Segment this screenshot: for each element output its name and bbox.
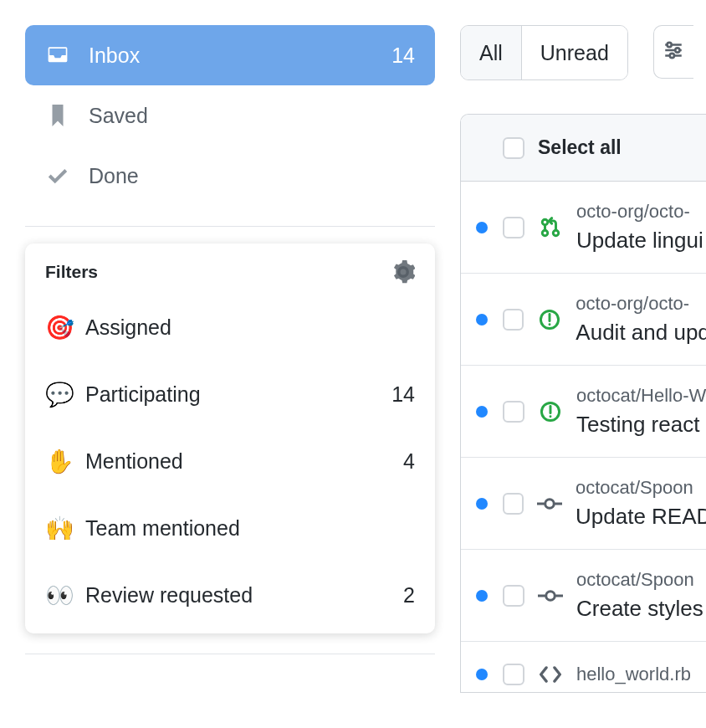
notification-row[interactable]: octocat/Spoon Create styles xyxy=(461,550,706,642)
notification-row[interactable]: hello_world.rb xyxy=(461,642,706,692)
filter-count: 4 xyxy=(403,449,415,474)
group-by-button[interactable] xyxy=(653,25,693,79)
gear-icon xyxy=(391,260,415,284)
filters-card: Filters 🎯 Assigned 💬 Participating 14 ✋ xyxy=(25,244,435,633)
commit-icon xyxy=(537,491,562,516)
main: All Unread Select all octo xyxy=(460,25,706,693)
filters-settings-button[interactable] xyxy=(391,260,415,284)
svg-point-11 xyxy=(546,591,555,600)
filter-count: 2 xyxy=(403,583,415,608)
svg-point-7 xyxy=(549,323,551,326)
filter-label: Assigned xyxy=(85,315,415,340)
svg-point-9 xyxy=(550,415,552,418)
unread-dot xyxy=(476,406,488,418)
svg-point-2 xyxy=(670,54,674,58)
notification-row[interactable]: octocat/Hello-W Testing react xyxy=(461,366,706,458)
nav-done[interactable]: Done xyxy=(25,146,435,206)
target-icon: 🎯 xyxy=(45,314,74,341)
filter-review-requested[interactable]: 👀 Review requested 2 xyxy=(45,561,415,628)
svg-point-1 xyxy=(676,48,680,52)
eyes-icon: 👀 xyxy=(45,582,74,609)
nav-done-label: Done xyxy=(89,164,415,188)
notification-title: Create styles xyxy=(576,596,703,622)
filter-label: Team mentioned xyxy=(85,516,415,541)
tab-unread[interactable]: Unread xyxy=(521,26,627,79)
repo-name: octo-org/octo- xyxy=(576,201,703,223)
repo-name: octo-org/octo- xyxy=(576,293,706,315)
pull-request-icon xyxy=(538,215,563,240)
notification-row[interactable]: octo-org/octo- Audit and upd xyxy=(461,274,706,366)
notifications-list: Select all octo-org/octo- Update lingui xyxy=(460,114,706,693)
nav-inbox-count: 14 xyxy=(391,44,415,68)
unread-dot xyxy=(476,590,488,602)
notification-row[interactable]: octocat/Spoon Update READ xyxy=(461,458,706,550)
commit-icon xyxy=(538,583,563,608)
view-tabs: All Unread xyxy=(460,25,628,80)
filters-title: Filters xyxy=(45,262,98,282)
sliders-icon xyxy=(663,39,684,64)
svg-point-4 xyxy=(542,230,548,236)
notification-title: Testing react xyxy=(576,412,706,438)
repo-name: octocat/Spoon xyxy=(576,477,706,499)
nav-inbox-label: Inbox xyxy=(89,44,391,68)
divider xyxy=(25,654,435,654)
filter-label: Review requested xyxy=(85,583,403,608)
sidebar: Inbox 14 Saved Done Filters xyxy=(25,25,435,693)
row-checkbox[interactable] xyxy=(503,401,524,423)
repo-name: octocat/Hello-W xyxy=(576,385,706,407)
tab-all[interactable]: All xyxy=(461,26,521,79)
inbox-icon xyxy=(45,43,70,68)
filter-mentioned[interactable]: ✋ Mentioned 4 xyxy=(45,428,415,495)
repo-name: octocat/Spoon xyxy=(576,569,703,591)
select-all-label: Select all xyxy=(538,136,622,159)
svg-point-3 xyxy=(542,219,548,225)
nav-inbox[interactable]: Inbox 14 xyxy=(25,25,435,85)
notification-title: Audit and upd xyxy=(576,320,706,346)
notification-row[interactable]: octo-org/octo- Update lingui xyxy=(461,182,706,274)
svg-point-10 xyxy=(545,499,555,508)
unread-dot xyxy=(476,669,488,680)
hand-icon: ✋ xyxy=(45,448,74,475)
select-all-checkbox[interactable] xyxy=(503,137,524,159)
raised-hands-icon: 🙌 xyxy=(45,515,74,542)
unread-dot xyxy=(476,222,488,233)
unread-dot xyxy=(476,314,488,326)
divider xyxy=(25,226,435,227)
speech-icon: 💬 xyxy=(45,381,74,408)
row-checkbox[interactable] xyxy=(503,309,524,331)
notification-title: Update lingui xyxy=(576,228,703,254)
notification-title: Update READ xyxy=(576,504,706,530)
row-checkbox[interactable] xyxy=(503,664,524,685)
filter-label: Mentioned xyxy=(85,449,403,474)
nav-saved[interactable]: Saved xyxy=(25,85,435,146)
filter-label: Participating xyxy=(85,382,391,407)
filter-team-mentioned[interactable]: 🙌 Team mentioned xyxy=(45,495,415,561)
unread-dot xyxy=(476,498,488,510)
svg-point-0 xyxy=(668,43,672,47)
filter-count: 14 xyxy=(391,382,415,407)
issue-open-icon xyxy=(538,399,563,424)
check-icon xyxy=(45,163,70,188)
filter-participating[interactable]: 💬 Participating 14 xyxy=(45,361,415,428)
repo-name: hello_world.rb xyxy=(576,664,691,685)
code-icon xyxy=(538,662,563,687)
row-checkbox[interactable] xyxy=(503,493,524,515)
svg-point-5 xyxy=(553,230,559,236)
bookmark-icon xyxy=(45,103,70,128)
row-checkbox[interactable] xyxy=(503,217,524,238)
row-checkbox[interactable] xyxy=(503,585,524,607)
issue-open-icon xyxy=(537,307,562,332)
nav-saved-label: Saved xyxy=(89,104,415,128)
list-header: Select all xyxy=(461,115,706,182)
filter-assigned[interactable]: 🎯 Assigned xyxy=(45,294,415,361)
